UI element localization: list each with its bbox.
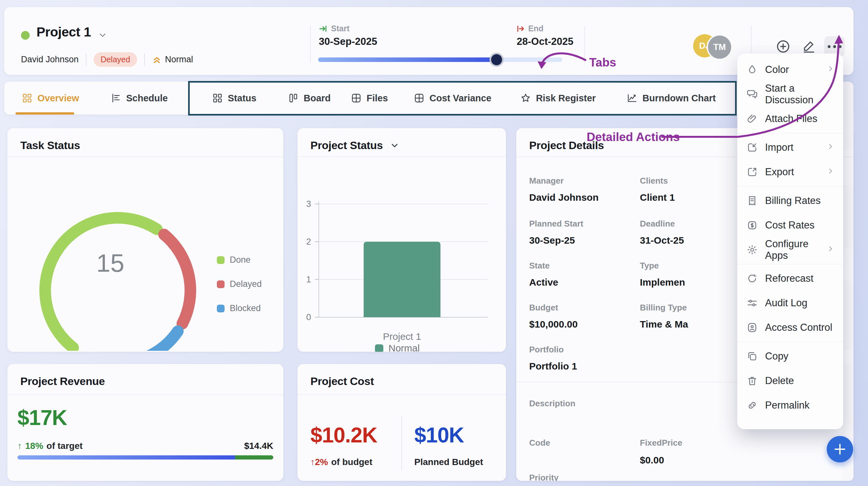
- dashboard-page: Project 1 David Johnson Delayed Normal S…: [0, 0, 868, 486]
- svg-text:3: 3: [306, 199, 311, 209]
- field-value: Time & Ma: [640, 319, 688, 330]
- field-value: $0.00: [640, 455, 664, 466]
- legend-swatch: [217, 280, 225, 288]
- project-cost-card: Project Cost $10.2K ↑2% of budget $10K P…: [298, 364, 506, 481]
- end-date-block: End 28-Oct-2025: [516, 24, 574, 48]
- cost-delta-row: ↑2% of budget: [310, 457, 372, 467]
- menu-item-audit-log[interactable]: Audit Log: [737, 291, 843, 315]
- field-label: Deadline: [640, 219, 675, 229]
- add-button[interactable]: [775, 39, 791, 54]
- menu-divider: [737, 342, 843, 342]
- menu-item-reforecast[interactable]: Reforecast: [737, 266, 843, 291]
- card-title: Task Status: [20, 139, 80, 152]
- project-meta-row: David Johnson Delayed Normal: [21, 52, 193, 67]
- legend-item: Blocked: [217, 303, 262, 313]
- legend-swatch: [217, 305, 225, 312]
- droplet-icon: [747, 64, 757, 75]
- tab-schedule[interactable]: Schedule: [111, 82, 168, 115]
- sliders-icon: [747, 298, 757, 308]
- revenue-delta: 18%: [25, 441, 43, 451]
- hidden-card-sliver: [842, 281, 854, 350]
- plus-icon: [833, 442, 847, 456]
- menu-item-access-control[interactable]: Access Control: [737, 315, 843, 340]
- grid-icon: [22, 93, 32, 103]
- cost-caption: of budget: [331, 457, 372, 467]
- field-label: Portfolio: [529, 345, 564, 355]
- field-value: Active: [529, 277, 558, 288]
- menu-item-delete[interactable]: Delete: [737, 368, 843, 393]
- field-label: Code: [529, 438, 550, 448]
- menu-item-permalink[interactable]: Permalink: [737, 393, 843, 418]
- menu-item-configure-apps[interactable]: Configure Apps: [737, 238, 843, 262]
- field-label: Billing Type: [640, 303, 687, 313]
- field-label: State: [529, 261, 550, 271]
- planned-budget-caption: Planned Budget: [414, 457, 483, 467]
- menu-divider: [737, 133, 843, 133]
- menu-divider: [737, 186, 843, 186]
- revenue-progress-actual: [18, 455, 235, 459]
- revenue-caption: of target: [46, 441, 83, 451]
- project-revenue-card: Project Revenue $17K ↑ 18% of target $14…: [7, 364, 283, 481]
- revenue-target: $14.4K: [227, 441, 273, 451]
- task-total-count: 15: [72, 248, 149, 278]
- menu-item-import[interactable]: Import: [737, 135, 843, 160]
- field-label: Planned Start: [529, 219, 583, 229]
- menu-item-export[interactable]: Export: [737, 160, 843, 184]
- menu-item-copy[interactable]: Copy: [737, 344, 843, 368]
- menu-item-attach-files[interactable]: Attach Files: [737, 107, 843, 131]
- refresh-icon: [747, 273, 757, 284]
- trash-icon: [747, 375, 757, 386]
- link-icon: [747, 400, 757, 411]
- gear-icon: [747, 244, 757, 255]
- planned-budget-amount: $10K: [414, 423, 464, 447]
- menu-item-start-a-discussion[interactable]: Start a Discussion: [737, 82, 843, 107]
- field-value: 30-Sep-25: [529, 235, 575, 246]
- up-arrow-icon: ↑: [18, 441, 22, 451]
- menu-item-cost-rates[interactable]: Cost Rates: [737, 213, 843, 238]
- card-title: Project Cost: [310, 375, 374, 388]
- chevron-down-icon[interactable]: [390, 141, 400, 150]
- import-icon: [747, 142, 757, 153]
- divider: [144, 54, 145, 66]
- divider: [7, 394, 283, 395]
- status-badge[interactable]: Delayed: [94, 52, 137, 67]
- divider: [401, 416, 402, 470]
- field-label: FixedPrice: [640, 438, 682, 448]
- timeline-slider[interactable]: [318, 57, 562, 62]
- gauge-legend: Done Delayed Blocked: [217, 255, 262, 313]
- project-header: Project 1 David Johnson Delayed Normal S…: [4, 7, 854, 75]
- start-date: 30-Sep-2025: [319, 36, 377, 48]
- revenue-delta-row: ↑ 18% of target: [18, 441, 83, 451]
- task-status-card: Task Status: [7, 128, 283, 352]
- user-badge-icon: [747, 322, 757, 333]
- card-title: Project Status: [310, 139, 400, 152]
- field-value: Portfolio 1: [529, 361, 577, 372]
- menu-item-color[interactable]: Color: [737, 57, 843, 82]
- revenue-progress-bar: [18, 455, 273, 459]
- field-value: $10,000.00: [529, 319, 578, 330]
- chevron-right-icon: [826, 245, 835, 253]
- cost-actual: $10.2K: [310, 423, 377, 447]
- hidden-card-sliver: [842, 82, 854, 150]
- priority-high-icon: [152, 55, 162, 65]
- field-label: Priority: [529, 473, 559, 481]
- timeline-slider-handle[interactable]: [491, 54, 502, 65]
- end-date: 28-Oct-2025: [516, 36, 574, 48]
- field-value: 31-Oct-25: [640, 235, 684, 246]
- field-label: Description: [529, 399, 575, 408]
- menu-item-billing-rates[interactable]: Billing Rates: [737, 188, 843, 213]
- chevron-right-icon: [826, 167, 835, 175]
- receipt-icon: [747, 195, 757, 206]
- priority-indicator: Normal: [152, 55, 193, 65]
- chevron-down-icon[interactable]: [98, 30, 107, 40]
- start-label: Start: [331, 24, 349, 33]
- pencil-icon: [802, 39, 816, 54]
- divider: [584, 26, 585, 63]
- edit-button[interactable]: [801, 39, 817, 54]
- tab-overview[interactable]: Overview: [22, 82, 79, 115]
- revenue-progress-over: [235, 455, 273, 459]
- add-new-fab-button[interactable]: [827, 436, 853, 462]
- card-title: Project Details: [529, 139, 604, 152]
- field-label: Budget: [529, 303, 558, 313]
- avatar[interactable]: TM: [707, 34, 733, 60]
